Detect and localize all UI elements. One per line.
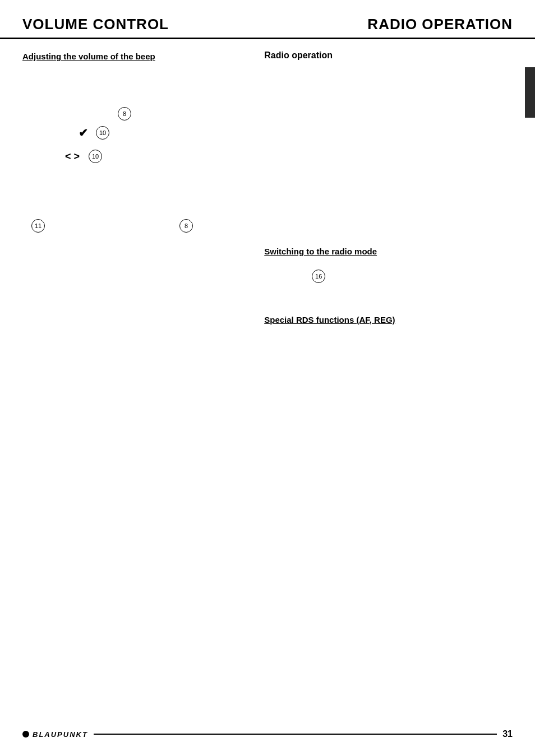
circle-num-10-v: 10 [96, 126, 109, 140]
footer-line [94, 734, 497, 735]
left-column: Adjusting the volume of the beep 8 ✔ 10 … [22, 50, 253, 329]
num16-area: 16 [312, 270, 513, 283]
rds-section: Special RDS functions (AF, REG) [264, 314, 513, 326]
v-symbol-area: ✔ 10 [79, 126, 242, 140]
footer: BLAUPUNKT 31 [0, 729, 535, 739]
num8-top-area: 8 [118, 107, 242, 120]
lower-section: 11 8 [22, 219, 242, 233]
circle-num-16: 16 [312, 270, 325, 283]
radio-operation-heading: Radio operation [264, 50, 513, 61]
circle-num-8-top: 8 [118, 107, 131, 120]
circle-num-8-lower: 8 [179, 219, 193, 233]
logo-text: BLAUPUNKT [33, 730, 88, 739]
right-column: Radio operation Switching to the radio m… [253, 50, 513, 329]
switching-section: Switching to the radio mode 16 [264, 245, 513, 283]
rds-heading: Special RDS functions (AF, REG) [264, 314, 513, 326]
switching-heading: Switching to the radio mode [264, 245, 513, 257]
header-bar: VOLUME CONTROL RADIO OPERATION [0, 0, 535, 39]
circle-num-10-arrows: 10 [89, 150, 102, 163]
page-container: VOLUME CONTROL RADIO OPERATION Adjusting… [0, 0, 535, 756]
adjusting-volume-heading: Adjusting the volume of the beep [22, 50, 242, 62]
content-area: Adjusting the volume of the beep 8 ✔ 10 … [0, 50, 535, 329]
arrows-symbol-area: < > 10 [65, 150, 242, 163]
page-number: 31 [502, 729, 513, 739]
circle-num-11: 11 [31, 219, 45, 233]
blaupunkt-logo: BLAUPUNKT [22, 730, 88, 739]
volume-control-title: VOLUME CONTROL [22, 16, 169, 33]
v-symbol: ✔ [79, 126, 88, 140]
logo-dot [22, 731, 29, 738]
radio-operation-title: RADIO OPERATION [367, 16, 513, 33]
arrows-symbol: < > [65, 151, 80, 163]
section-tab [525, 67, 535, 118]
